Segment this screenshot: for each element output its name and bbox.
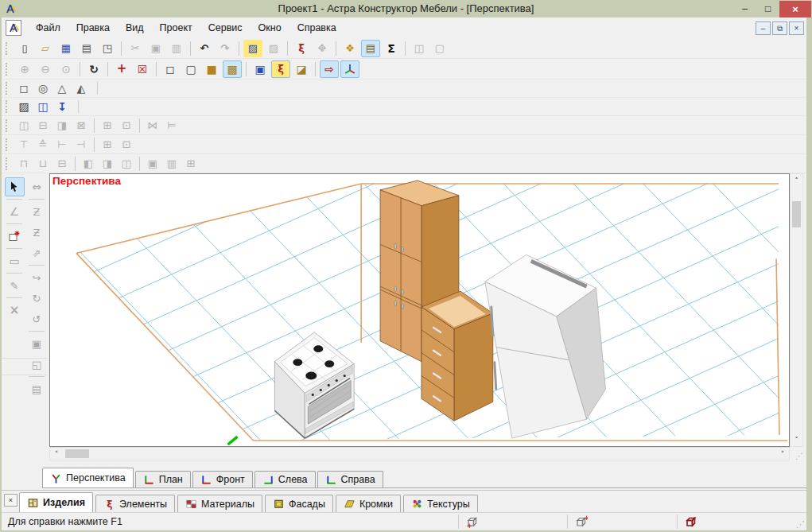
viewport-3d[interactable]: Перспектива (49, 173, 790, 447)
space-vertical-button: ⊨ (163, 118, 181, 133)
mdi-minimize-button[interactable]: – (756, 21, 771, 35)
view-hidden-line-button[interactable]: ▢ (181, 60, 200, 78)
coordinate-axes-button[interactable] (340, 60, 359, 78)
toolbar-grip[interactable] (6, 138, 10, 151)
view-transparent-icon: ▣ (254, 64, 265, 75)
structure-tree-button[interactable]: ❖ (340, 40, 359, 57)
view-tab-plan[interactable]: План (135, 471, 191, 487)
show-fittings-button[interactable]: ξ (271, 60, 290, 78)
material-fill-button[interactable]: ▨ (243, 40, 262, 57)
space-vertical-icon: ⊨ (167, 120, 176, 130)
tab-facades[interactable]: Фасады (265, 495, 333, 512)
view-textured-button[interactable]: ▩ (223, 60, 242, 78)
mdi-close-button[interactable]: × (789, 21, 804, 35)
zoom-in-icon: ⊕ (20, 64, 29, 75)
material-fill-alt-icon: ▨ (269, 43, 278, 53)
products-list-button[interactable]: ▤ (361, 40, 380, 57)
window-minimize-button[interactable]: – (733, 1, 756, 17)
tab-elements[interactable]: ξЭлементы (95, 495, 175, 512)
svg-text:+: + (584, 515, 588, 522)
tab-products[interactable]: Изделия (19, 492, 93, 512)
furniture-refrigerator[interactable] (485, 254, 606, 438)
save-file-button[interactable]: ▦ (56, 40, 76, 57)
align-bottom-edges-button: ⊟ (34, 118, 52, 133)
panel-hatch-button[interactable]: ▨ (15, 99, 33, 115)
primitive-box-button[interactable]: ◻ (15, 81, 33, 96)
view-tab-perspective[interactable]: Перспектива (42, 468, 134, 487)
undo-icon: ↶ (200, 43, 209, 53)
print-preview-button[interactable]: ◳ (98, 40, 117, 57)
snap-wall-right-button: ⊣ (72, 137, 90, 152)
primitive-cylinder-button[interactable]: ◎ (34, 81, 52, 96)
tab-materials[interactable]: Материалы (177, 495, 262, 512)
view-tab-front[interactable]: Фронт (192, 471, 253, 487)
toolbar-grip[interactable] (6, 42, 10, 55)
scroll-left-button[interactable]: ˂ (50, 448, 63, 460)
horizontal-scrollbar[interactable]: ˂ ˃ (49, 447, 790, 460)
vertical-scroll-thumb[interactable] (792, 201, 801, 227)
toolbar-grip[interactable] (6, 157, 10, 170)
menu-file[interactable]: Файл (28, 20, 68, 36)
delete-contour-icon: × (10, 305, 20, 316)
scroll-down-button[interactable]: ˅ (791, 433, 802, 446)
undo-button[interactable]: ↶ (195, 40, 214, 57)
menu-window[interactable]: Окно (251, 20, 289, 36)
primitive-cone-button[interactable]: △ (53, 81, 71, 96)
window-maximize-button[interactable]: □ (756, 1, 779, 17)
furniture-drawer-unit[interactable] (422, 291, 493, 421)
tab-edges[interactable]: Кромки (336, 495, 401, 512)
toolbar-separator (139, 157, 140, 171)
orbit-view-button[interactable]: ↻ (84, 60, 103, 78)
scene-3d[interactable] (50, 174, 789, 446)
resize-grip[interactable]: ⋰ (796, 519, 805, 530)
scroll-right-button[interactable]: ˃ (776, 448, 789, 460)
view-transparent-button[interactable]: ▣ (251, 60, 270, 78)
mdi-restore-button[interactable]: ⧉ (772, 21, 787, 35)
select-tool-button[interactable] (5, 177, 25, 196)
element-screw-button[interactable]: ξ (292, 40, 311, 57)
center-selection-button[interactable]: + (112, 60, 131, 78)
toolbar-spacer (97, 82, 261, 94)
zoom-extents-icon: ⊙ (61, 64, 71, 75)
document-logo-icon (7, 21, 20, 34)
view-wireframe-button[interactable]: ◻ (161, 60, 180, 78)
toolbar-spacer (78, 100, 198, 112)
mirror-vertical-icon: Ƶ (33, 227, 41, 238)
menu-view[interactable]: Вид (118, 20, 152, 36)
primitive-pyramid-button[interactable]: ◭ (72, 81, 90, 96)
insert-shelf-button[interactable]: ↧ (53, 99, 71, 115)
window-close-button[interactable]: × (779, 1, 811, 17)
move-object-mode-button[interactable]: ⇨ (320, 60, 339, 78)
delete-selection-button[interactable]: ☒ (133, 60, 152, 78)
toolbar-grip[interactable] (6, 63, 10, 76)
menu-edit[interactable]: Правка (68, 20, 118, 36)
scroll-up-button[interactable]: ˄ (791, 174, 802, 187)
toolbar-grip[interactable] (6, 100, 10, 113)
scrollbar-corner-grip[interactable]: ⋰ (790, 447, 803, 460)
summary-sigma-button[interactable]: Σ (382, 40, 401, 57)
snap-floor-button: ⊤ (15, 137, 33, 152)
panel-close-button[interactable]: × (4, 494, 17, 507)
tab-textures[interactable]: Текстуры (403, 495, 478, 512)
new-fragment-button[interactable] (5, 227, 25, 246)
zoom-out-button: ⊖ (36, 60, 55, 78)
toolbar-grip[interactable] (6, 82, 10, 95)
view-solid-button[interactable]: ■ (202, 60, 221, 78)
vertical-scrollbar[interactable]: ˄ ˅ (790, 173, 803, 447)
equal-height-button: ⊔ (34, 156, 52, 171)
toolbar-separator (287, 41, 288, 56)
menu-service[interactable]: Сервис (200, 20, 251, 36)
view-tab-left[interactable]: Слева (254, 471, 316, 487)
print-button[interactable]: ▤ (77, 40, 96, 57)
view-tab-right[interactable]: Справа (317, 471, 383, 487)
toolbar-grip[interactable] (6, 119, 10, 132)
menu-project[interactable]: Проект (152, 20, 200, 36)
horizontal-scroll-thumb[interactable] (65, 449, 89, 458)
insert-door-button[interactable]: ◫ (34, 99, 52, 115)
toolbar-rows: ▯▱▦▤◳✂▣▥↶↷▨▨ξ✥❖▤Σ◫▢⊕⊖⊙↻+☒◻▢■▩▣ξ◪⇨◻◎△◭▨◫↧… (2, 38, 806, 173)
menu-help[interactable]: Справка (289, 20, 344, 36)
show-facades-button[interactable]: ◪ (292, 60, 311, 78)
new-file-button[interactable]: ▯ (15, 40, 34, 57)
select-tool-icon (8, 181, 21, 193)
open-file-button[interactable]: ▱ (36, 40, 55, 57)
